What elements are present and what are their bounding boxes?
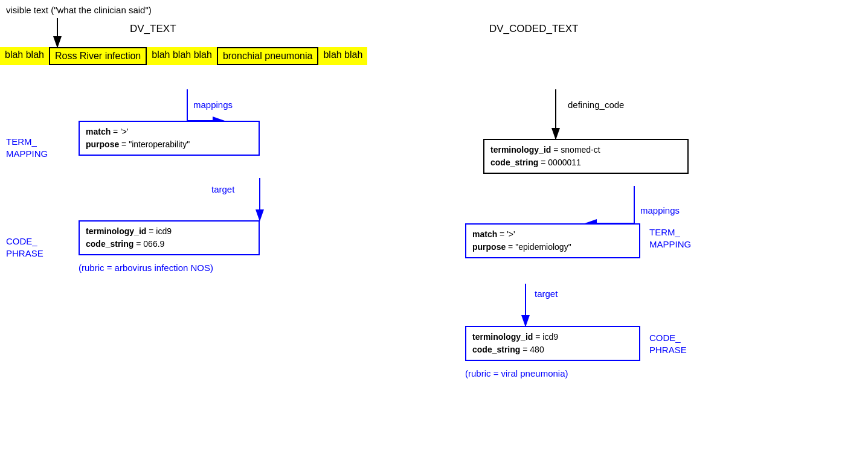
left-tm-line2: purpose = "interoperability" [86,138,252,151]
highlight-cell-2: Ross River infection [49,47,147,65]
right-cid-line2: code_string = 0000011 [490,156,681,169]
highlight-row: blah blah Ross River infection blah blah… [0,47,367,65]
left-cp-line1: terminology_id = icd9 [86,225,252,238]
right-term-mapping-label: TERM_ MAPPING [649,226,691,250]
left-term-mapping-label: TERM_ MAPPING [6,136,48,159]
highlight-cell-5: blah blah [318,47,367,65]
highlight-cell-3: blah blah blah [147,47,217,65]
right-rubric-label: (rubric = viral pneumonia) [465,368,568,378]
right-cp-line1: terminology_id = icd9 [472,331,633,343]
dv-coded-text-label: DV_CODED_TEXT [489,23,578,35]
left-tm-line1: match = '>' [86,126,252,138]
diagram: visible text ("what the clinician said")… [0,0,868,469]
right-term-mapping-box: match = '>' purpose = "epidemiology" [465,223,640,258]
right-target-label: target [535,289,558,299]
right-cp-line2: code_string = 480 [472,343,633,356]
highlight-cell-4: bronchial pneumonia [217,47,319,65]
right-cid-line1: terminology_id = snomed-ct [490,144,681,156]
left-target-label: target [211,184,234,194]
right-code-phrase-box: terminology_id = icd9 code_string = 480 [465,326,640,361]
highlight-cell-1: blah blah [0,47,49,65]
right-tm-line2: purpose = "epidemiology" [472,241,633,254]
left-code-phrase-box: terminology_id = icd9 code_string = 066.… [79,220,260,255]
right-code-id-box: terminology_id = snomed-ct code_string =… [483,139,689,174]
right-mappings-label: mappings [640,205,680,215]
right-code-phrase-label: CODE_ PHRASE [649,332,687,356]
left-rubric-label: (rubric = arbovirus infection NOS) [79,263,213,273]
annotation-label: visible text ("what the clinician said") [6,5,152,15]
right-tm-line1: match = '>' [472,228,633,241]
left-cp-line2: code_string = 066.9 [86,238,252,250]
left-code-phrase-label: CODE_ PHRASE [6,235,43,259]
right-defining-code-label: defining_code [568,100,624,110]
left-term-mapping-box: match = '>' purpose = "interoperability" [79,121,260,156]
left-mappings-label: mappings [193,100,233,110]
dv-text-label: DV_TEXT [130,23,176,35]
